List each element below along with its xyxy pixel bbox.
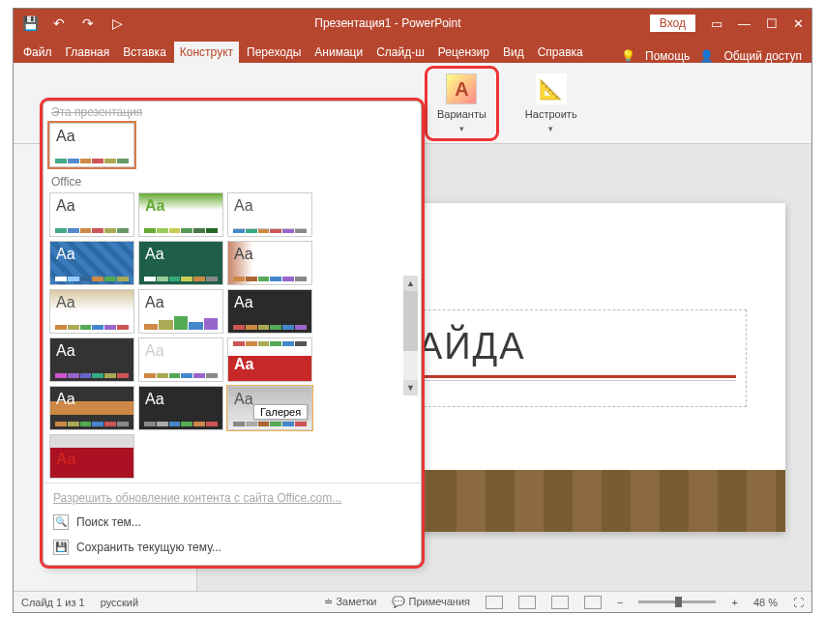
tab-animations[interactable]: Анимаци xyxy=(309,42,368,63)
theme-thumb[interactable]: Aa xyxy=(49,386,134,430)
theme-thumb[interactable]: Aa xyxy=(227,241,312,285)
zoom-slider[interactable] xyxy=(638,600,716,603)
tab-review[interactable]: Рецензир xyxy=(432,42,495,63)
enable-content-updates: Разрешить обновление контента с сайта Of… xyxy=(44,486,421,510)
tab-file[interactable]: Файл xyxy=(17,42,58,63)
section-office-label: Office xyxy=(44,171,421,189)
tab-view[interactable]: Вид xyxy=(497,42,530,63)
tab-design[interactable]: Конструкт xyxy=(174,42,239,63)
reading-view-icon[interactable] xyxy=(551,596,569,609)
zoom-level[interactable]: 48 % xyxy=(753,597,778,608)
minimize-icon[interactable]: ― xyxy=(738,16,751,31)
maximize-icon[interactable]: ☐ xyxy=(766,16,778,31)
share-button[interactable]: Общий доступ xyxy=(723,49,802,63)
theme-thumb[interactable]: Aa xyxy=(49,434,134,479)
close-icon[interactable]: ✕ xyxy=(793,16,804,31)
window-title: Презентация1 - PowerPoint xyxy=(126,16,650,30)
start-slideshow-icon[interactable]: ▷ xyxy=(108,15,126,32)
statusbar: Слайд 1 из 1 русский ≐ Заметки 💬 Примеча… xyxy=(14,591,811,612)
theme-thumb[interactable]: Aa xyxy=(49,192,134,237)
theme-tooltip: Галерея xyxy=(253,404,308,420)
ribbon-tabs: Файл Главная Вставка Конструкт Переходы … xyxy=(14,38,811,63)
normal-view-icon[interactable] xyxy=(486,596,503,609)
undo-icon[interactable]: ↶ xyxy=(50,15,68,32)
tab-home[interactable]: Главная xyxy=(60,42,116,63)
comments-button[interactable]: 💬 Примечания xyxy=(392,596,470,608)
zoom-out-icon[interactable]: − xyxy=(617,597,623,608)
theme-thumb[interactable]: Aa xyxy=(138,192,223,237)
scroll-up-icon[interactable]: ▲ xyxy=(403,276,418,291)
slideshow-view-icon[interactable] xyxy=(584,596,602,609)
search-icon: 🔍 xyxy=(53,514,69,530)
customize-label: Настроить xyxy=(525,108,577,120)
browse-themes[interactable]: 🔍Поиск тем... xyxy=(44,510,421,535)
tell-me-label[interactable]: Помощь xyxy=(645,49,690,63)
dropdown-footer: Разрешить обновление контента с сайта Of… xyxy=(44,483,421,563)
notes-button[interactable]: ≐ Заметки xyxy=(324,596,376,608)
titlebar: 💾 ↶ ↷ ▷ Презентация1 - PowerPoint Вход ▭… xyxy=(14,9,811,38)
tell-me-icon[interactable]: 💡 xyxy=(621,49,635,63)
redo-icon[interactable]: ↷ xyxy=(79,15,97,32)
tab-insert[interactable]: Вставка xyxy=(117,42,172,63)
tab-transitions[interactable]: Переходы xyxy=(241,42,307,63)
chevron-down-icon: ▾ xyxy=(548,124,553,133)
ribbon-options-icon[interactable]: ▭ xyxy=(711,16,722,31)
scroll-down-icon[interactable]: ▼ xyxy=(403,380,418,395)
customize-icon: 📐 xyxy=(536,73,567,104)
tab-help[interactable]: Справка xyxy=(532,42,589,63)
themes-dropdown: Эта презентация Aa Office Aa Aa Aa Aa Aa… xyxy=(43,101,422,566)
section-current-label: Эта презентация xyxy=(44,102,421,119)
variants-group[interactable]: A Варианты ▾ xyxy=(427,69,496,138)
variants-label: Варианты xyxy=(437,108,486,120)
theme-thumb[interactable]: Aa xyxy=(138,241,223,285)
fit-to-window-icon[interactable]: ⛶ xyxy=(793,597,804,608)
theme-thumb[interactable]: Aa xyxy=(49,337,134,382)
customize-group[interactable]: 📐 Настроить ▾ xyxy=(516,69,587,138)
slide-counter[interactable]: Слайд 1 из 1 xyxy=(21,597,85,608)
login-button[interactable]: Вход xyxy=(650,15,695,32)
theme-thumb[interactable]: Aa xyxy=(49,241,134,285)
quick-access-toolbar: 💾 ↶ ↷ ▷ xyxy=(21,15,126,32)
tab-slideshow[interactable]: Слайд-ш xyxy=(370,42,430,63)
language-status[interactable]: русский xyxy=(101,597,138,608)
save-icon: 💾 xyxy=(53,540,69,555)
theme-thumb[interactable]: Aa xyxy=(49,289,134,334)
theme-thumb[interactable]: Aa xyxy=(227,289,312,334)
theme-thumb[interactable]: Aa xyxy=(138,386,223,430)
theme-thumb[interactable]: Aa xyxy=(227,337,312,382)
share-icon[interactable]: 👤 xyxy=(699,49,714,63)
save-current-theme[interactable]: 💾Сохранить текущую тему... xyxy=(44,535,421,560)
variants-icon: A xyxy=(446,73,477,104)
sorter-view-icon[interactable] xyxy=(518,596,536,609)
chevron-down-icon: ▾ xyxy=(459,124,464,133)
theme-thumb-current[interactable]: Aa xyxy=(49,123,134,167)
theme-thumb[interactable]: Aa xyxy=(227,192,312,237)
gallery-scrollbar[interactable]: ▲ ▼ xyxy=(403,276,418,395)
zoom-in-icon[interactable]: + xyxy=(731,597,737,608)
theme-thumb[interactable]: Aa xyxy=(138,337,223,382)
theme-thumb[interactable]: Aa xyxy=(138,289,223,334)
save-icon[interactable]: 💾 xyxy=(21,15,39,32)
